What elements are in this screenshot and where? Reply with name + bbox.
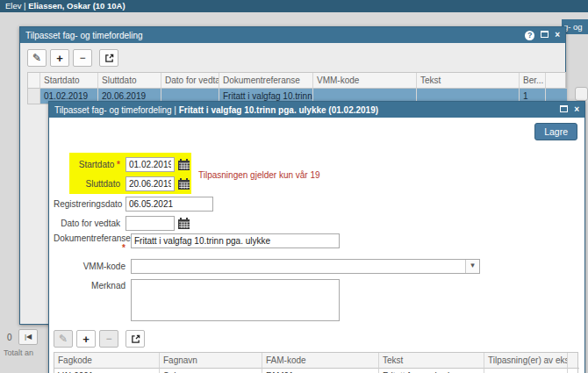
pagination-first-page-button[interactable]: |◀ [18, 329, 38, 345]
dialog2-table: Fagkode Fagnavn FAM-kode Tekst Tilpasnin… [54, 352, 578, 373]
required-asterisk: * [117, 160, 120, 169]
export-icon [104, 54, 114, 63]
registreringsdato-label: Registreringsdato [54, 199, 125, 209]
dialog2-toolbar: ✎ + − [54, 330, 145, 348]
form-row-sluttdato: Sluttdato [54, 176, 190, 191]
dato-for-vedtak-label: Dato for vedtak [54, 219, 125, 228]
dokumentreferanse-label: Dokumentreferanse * [54, 233, 125, 253]
export-icon [131, 334, 140, 344]
validity-note: Tilpasningen gjelder kun vår 19 [198, 170, 320, 180]
merknad-label: Merknad [54, 281, 125, 291]
chevron-down-icon[interactable]: ▾ [465, 260, 479, 273]
add-button[interactable]: + [50, 49, 69, 67]
merknad-textarea[interactable] [131, 279, 340, 321]
form-row-dato-for-vedtak: Dato for vedtak [54, 216, 190, 231]
cell-fagnavn: Sal og scene [160, 369, 262, 373]
column-header[interactable]: Tilpasning(er) av eksamen [484, 353, 568, 369]
edit-button[interactable]: ✎ [27, 49, 47, 67]
close-icon[interactable]: × [574, 102, 579, 118]
screen: Elev | Eliassen, Oskar (10 10A) g- og 0 … [0, 0, 588, 373]
table-row[interactable]: VAL0001 Sal og scene FAM01 Fritatt fra o… [54, 369, 577, 373]
edit-button[interactable]: ✎ [54, 330, 73, 348]
dialog2-title: Tilpasset fag- og timefordeling | Fritat… [54, 105, 554, 115]
dialog2-table-header-row: Fagkode Fagnavn FAM-kode Tekst Tilpasnin… [54, 353, 577, 369]
row-selector-cell[interactable] [28, 89, 40, 104]
close-icon[interactable]: × [555, 27, 560, 43]
column-header[interactable]: Dato for vedtak [161, 73, 219, 89]
vmm-kode-label: VMM-kode [54, 262, 125, 271]
export-button[interactable] [125, 330, 145, 348]
cell-fam-kode: FAM01 [262, 369, 379, 373]
column-header-spacer [568, 353, 579, 369]
sluttdato-input[interactable] [125, 176, 175, 191]
app-section-label: Elev | [5, 1, 28, 11]
startdato-label: Startdato * [54, 160, 125, 169]
dialog1-titlebar: Tilpasset fag- og timefordeling ? × [20, 27, 565, 43]
column-header[interactable]: Dokumentreferanse [219, 73, 313, 89]
dialog2-body: Lagre Startdato * Sluttdato [49, 118, 584, 373]
cell-tilpasning [484, 369, 568, 373]
dokumentreferanse-input[interactable] [131, 233, 340, 248]
dialog2-titlebar: Tilpasset fag- og timefordeling | Fritat… [49, 102, 584, 118]
column-header[interactable]: Startdato [40, 73, 98, 89]
vmm-kode-select[interactable]: ▾ [131, 259, 480, 274]
calendar-icon[interactable] [177, 177, 190, 190]
dialog-tilpasning-detalj: Tilpasset fag- og timefordeling | Fritat… [48, 101, 585, 373]
column-header-selector [28, 73, 40, 89]
startdato-input[interactable] [125, 157, 175, 172]
dialog1-toolbar: ✎ + − [27, 49, 565, 67]
save-button[interactable]: Lagre [534, 123, 577, 140]
cell-fagkode: VAL0001 [54, 369, 160, 373]
column-header[interactable]: Tekst [417, 73, 520, 89]
column-header[interactable]: VMM-kode [313, 73, 417, 89]
form-row-startdato: Startdato * [54, 157, 190, 172]
column-header[interactable]: Fagkode [54, 353, 160, 369]
column-header[interactable]: FAM-kode [262, 353, 379, 369]
background-pagination-count: 0 [7, 333, 18, 342]
sluttdato-label: Sluttdato [54, 179, 125, 189]
calendar-icon[interactable] [177, 158, 190, 171]
maximize-icon[interactable] [541, 27, 549, 43]
column-header[interactable]: Tekst [379, 353, 484, 369]
required-asterisk: * [122, 243, 125, 253]
form-row-registreringsdato: Registreringsdato [54, 197, 213, 212]
column-header[interactable]: Fagnavn [160, 353, 262, 369]
export-button[interactable] [99, 49, 118, 67]
dato-for-vedtak-input[interactable] [125, 216, 175, 231]
dialog1-table-header-row: Startdato Sluttdato Dato for vedtak Doku… [28, 73, 565, 89]
help-icon[interactable]: ? [525, 27, 534, 43]
app-header-bar: Elev | Eliassen, Oskar (10 10A) [0, 0, 588, 12]
remove-button[interactable]: − [99, 330, 118, 348]
dialog1-table: Startdato Sluttdato Dato for vedtak Doku… [27, 72, 566, 104]
registreringsdato-input[interactable] [125, 197, 213, 212]
student-name: Eliassen, Oskar (10 10A) [28, 1, 125, 11]
cell-spacer [568, 369, 579, 373]
maximize-icon[interactable] [560, 102, 568, 118]
calendar-icon[interactable] [177, 217, 190, 230]
column-header[interactable]: Sluttdato [98, 73, 161, 89]
column-header[interactable]: Ber... [520, 73, 546, 89]
dialog1-title: Tilpasset fag- og timefordeling [25, 31, 519, 40]
add-button[interactable]: + [76, 330, 96, 348]
remove-button[interactable]: − [73, 49, 92, 67]
background-total-label: Totalt an [4, 348, 47, 359]
background-ghost-button [575, 87, 588, 101]
column-header-spacer [546, 73, 567, 89]
cell-tekst: Fritatt fra opplæring [379, 369, 484, 373]
